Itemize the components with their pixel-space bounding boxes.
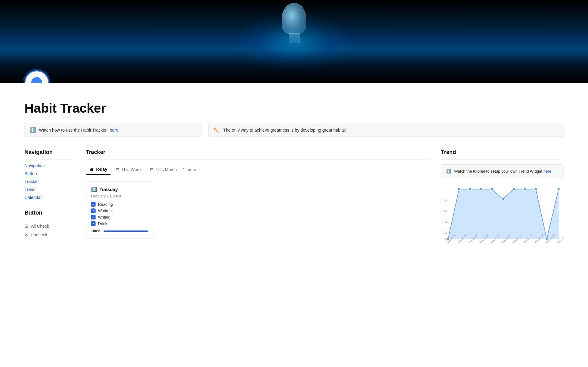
info-quote-box: ✏️ "The only way to achieve greatness is… xyxy=(208,123,564,137)
info-watch-text: Watch how to use the Habit Tracker xyxy=(39,128,107,133)
tracker-section: Tracker ⊞ Today ⊟ This Week ⊟ This Month… xyxy=(86,149,429,245)
trend-info-icon: ℹ️ xyxy=(446,169,451,174)
progress-label: 100% xyxy=(91,229,100,233)
svg-text:0: 0 xyxy=(445,237,447,241)
trend-info-text: Watch the tutorial to setup your own Tre… xyxy=(454,169,551,174)
checkbox-reading xyxy=(91,202,96,207)
checkbox-drink xyxy=(91,221,96,226)
tab-today[interactable]: ⊞ Today xyxy=(86,164,111,175)
uncheck-button[interactable]: ✕ Uncheck xyxy=(24,232,74,237)
button-section-title: Button xyxy=(24,210,74,216)
nav-section-title: Navigation xyxy=(24,149,74,155)
nav-link-tracker[interactable]: Tracker xyxy=(24,179,74,184)
svg-text:0.2: 0.2 xyxy=(443,231,447,234)
check-icon: ☑ xyxy=(24,224,28,229)
checkbox-writing xyxy=(91,215,96,219)
grid-icon: ⊞ xyxy=(89,167,93,172)
info-row: ℹ️ Watch how to use the Habit Tracker he… xyxy=(24,123,564,137)
uncheck-label: Uncheck xyxy=(31,232,47,237)
chart-area xyxy=(448,189,559,239)
progress-bar-container xyxy=(104,230,148,232)
quote-emoji: ✏️ xyxy=(213,128,219,133)
progress-bar-fill xyxy=(104,230,148,232)
more-tabs-link[interactable]: 1 more... xyxy=(183,167,200,172)
chart-point-3 xyxy=(480,188,482,190)
nav-link-trend[interactable]: Trend xyxy=(24,187,74,192)
svg-text:1: 1 xyxy=(445,188,447,191)
chart-point-10 xyxy=(557,188,560,190)
tab-this-month[interactable]: ⊟ This Month xyxy=(146,165,180,174)
habit-workout: Workout xyxy=(91,208,148,213)
page-content: Habit Tracker ℹ️ Watch how to use the Ha… xyxy=(0,83,588,258)
chart-point-7 xyxy=(523,188,526,190)
habit-writing-label: Writing xyxy=(98,215,110,219)
header-banner xyxy=(0,0,588,83)
table-week-icon: ⊟ xyxy=(116,167,119,172)
x-icon: ✕ xyxy=(24,232,28,237)
day-emoji: 2️⃣ xyxy=(91,186,97,192)
trend-info-box: ℹ️ Watch the tutorial to setup your own … xyxy=(441,164,564,178)
page-icon xyxy=(24,70,49,83)
nav-link-navigation[interactable]: Navigation xyxy=(24,163,74,168)
table-month-icon: ⊟ xyxy=(150,167,154,172)
trend-info-link[interactable]: here xyxy=(543,169,551,174)
habit-workout-label: Workout xyxy=(98,208,113,213)
info-icon: ℹ️ xyxy=(30,127,36,133)
tab-today-label: Today xyxy=(95,167,107,172)
trend-chart-svg: 1 0.8 0.6 0.4 0.2 0 xyxy=(441,184,564,245)
card-day-name: Tuesday xyxy=(100,187,118,192)
trend-section-title: Trend xyxy=(441,149,564,155)
all-check-label: All Check xyxy=(31,224,49,229)
tracker-tabs: ⊞ Today ⊟ This Week ⊟ This Month 1 more.… xyxy=(86,164,429,175)
trend-chart: 1 0.8 0.6 0.4 0.2 0 xyxy=(441,184,564,245)
tracker-divider xyxy=(86,159,429,159)
nav-sidebar: Navigation Navigation Button Tracker Tre… xyxy=(24,149,74,245)
tab-this-week-label: This Week xyxy=(121,167,141,172)
button-section: Button ☑ All Check ✕ Uncheck xyxy=(24,210,74,237)
progress-row: 100% xyxy=(91,229,148,233)
nav-link-calendar[interactable]: Calendar xyxy=(24,195,74,200)
main-grid: Navigation Navigation Button Tracker Tre… xyxy=(24,149,564,245)
banner-bulb xyxy=(276,3,312,64)
habit-writing: Writing xyxy=(91,215,148,219)
tracker-card: 2️⃣ Tuesday February 20, 2024 Reading Wo… xyxy=(86,181,153,238)
bulb-neck xyxy=(289,34,300,43)
trend-divider xyxy=(441,159,564,159)
info-watch-box: ℹ️ Watch how to use the Habit Tracker he… xyxy=(24,123,202,137)
svg-text:0.6: 0.6 xyxy=(443,209,447,213)
nav-link-button[interactable]: Button xyxy=(24,171,74,176)
info-watch-link[interactable]: here. xyxy=(110,128,119,133)
habit-reading-label: Reading xyxy=(98,202,113,207)
page-title: Habit Tracker xyxy=(24,101,564,116)
page-icon-wrapper xyxy=(24,70,49,83)
all-check-button[interactable]: ☑ All Check xyxy=(24,224,74,229)
trend-section: Trend ℹ️ Watch the tutorial to setup you… xyxy=(441,149,564,245)
tab-this-month-label: This Month xyxy=(156,167,177,172)
bulb-shape xyxy=(282,3,306,34)
card-day-header: 2️⃣ Tuesday xyxy=(91,186,148,192)
habit-reading: Reading xyxy=(91,202,148,207)
nav-divider xyxy=(24,159,74,159)
checkbox-workout xyxy=(91,208,96,213)
tracker-section-title: Tracker xyxy=(86,149,429,155)
tab-this-week[interactable]: ⊟ This Week xyxy=(112,165,145,174)
button-divider xyxy=(24,220,74,220)
habit-drink-label: Drink xyxy=(98,221,107,226)
quote-text: "The only way to achieve greatness is by… xyxy=(222,128,348,133)
chart-point-8 xyxy=(534,188,537,190)
habit-drink: Drink xyxy=(91,221,148,226)
svg-text:0.4: 0.4 xyxy=(443,220,447,223)
chart-point-5 xyxy=(502,198,504,200)
card-date: February 20, 2024 xyxy=(91,194,148,198)
chart-point-2 xyxy=(469,188,471,190)
chart-point-6 xyxy=(513,188,515,190)
chart-point-1 xyxy=(458,188,460,190)
svg-text:0.8: 0.8 xyxy=(443,199,447,202)
chart-point-4 xyxy=(491,188,493,190)
